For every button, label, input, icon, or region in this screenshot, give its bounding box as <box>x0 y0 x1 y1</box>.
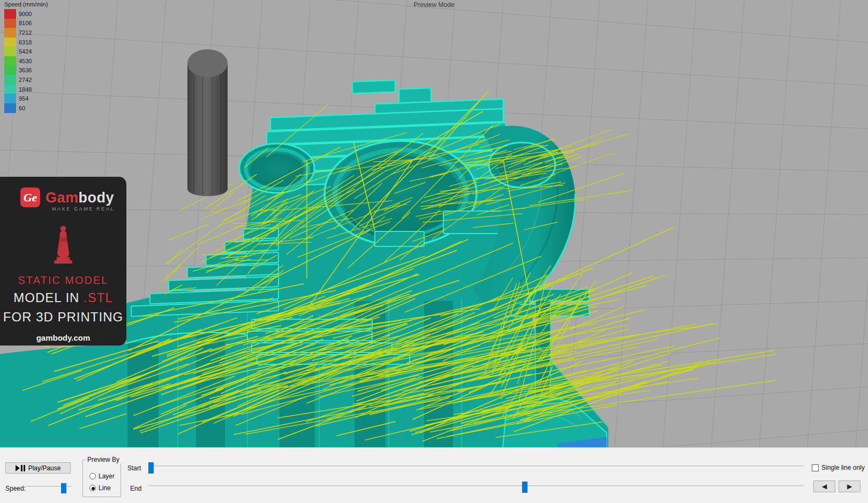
legend-color-swatch <box>4 28 16 37</box>
legend-color-swatch <box>4 56 16 66</box>
start-label: Start <box>127 464 141 472</box>
play-pause-button[interactable]: Play/Pause <box>5 462 71 474</box>
legend-item: 2742 <box>4 75 48 85</box>
single-line-only-option[interactable]: Single line only <box>812 464 865 471</box>
legend-item: 9000 <box>4 9 48 19</box>
legend-item: 954 <box>4 94 48 103</box>
layer-radio-circle[interactable] <box>89 473 96 479</box>
speed-legend: Speed (mm/min) 9000810672126318542445303… <box>4 1 48 113</box>
legend-item: 5424 <box>4 47 48 56</box>
legend-speed-value: 6318 <box>16 39 32 46</box>
preview-by-label: Preview By <box>86 456 121 463</box>
radio-preview-by-line[interactable]: Line <box>89 484 111 492</box>
speed-label: Speed: <box>5 485 26 492</box>
legend-color-swatch <box>4 37 16 47</box>
legend-color-swatch <box>4 66 16 76</box>
line-radio-label: Line <box>99 484 111 492</box>
gcode-scene <box>0 0 868 447</box>
legend-speed-value: 8106 <box>16 20 32 26</box>
start-slider-track[interactable] <box>148 466 803 468</box>
legend-speed-value: 60 <box>16 105 25 111</box>
right-arrow-icon: ▶ <box>847 483 852 490</box>
line-radio-circle[interactable] <box>89 485 96 491</box>
radio-preview-by-layer[interactable]: Layer <box>89 472 115 480</box>
legend-item: 8106 <box>4 19 48 28</box>
previous-button[interactable]: ◀ <box>813 481 835 492</box>
watermark-website: gambody.com <box>0 333 126 342</box>
speed-slider-thumb[interactable] <box>61 483 66 493</box>
single-line-checkbox[interactable] <box>812 464 819 471</box>
start-slider-thumb[interactable] <box>148 462 154 474</box>
legend-color-swatch <box>4 85 16 94</box>
legend-color-swatch <box>4 9 16 19</box>
legend-speed-value: 1848 <box>16 86 32 93</box>
legend-speed-value: 2742 <box>16 77 32 83</box>
gambody-logo-icon: Ge <box>20 187 40 207</box>
gcode-preview-app: Speed (mm/min) 9000810672126318542445303… <box>0 0 868 503</box>
legend-item: 6318 <box>4 37 48 47</box>
viewport-3d[interactable]: Speed (mm/min) 9000810672126318542445303… <box>0 0 868 447</box>
legend-speed-value: 4530 <box>16 58 32 64</box>
end-label: End <box>130 485 141 492</box>
legend-color-swatch <box>4 47 16 56</box>
logo-monogram: Ge <box>24 191 37 205</box>
legend-speed-value: 5424 <box>16 48 32 55</box>
preview-toolbar: Play/Pause Speed: Preview By Layer Line … <box>0 447 868 503</box>
legend-scale: 9000810672126318542445303636274218489546… <box>4 9 48 113</box>
watermark-static-model: STATIC MODEL <box>0 274 126 287</box>
legend-item: 1848 <box>4 85 48 94</box>
single-line-label: Single line only <box>821 464 865 471</box>
layer-radio-label: Layer <box>99 472 115 480</box>
legend-color-swatch <box>4 75 16 85</box>
legend-item: 7212 <box>4 28 48 37</box>
legend-item: 4530 <box>4 56 48 66</box>
legend-color-swatch <box>4 19 16 28</box>
statue-icon <box>51 220 76 269</box>
legend-color-swatch <box>4 103 16 113</box>
legend-speed-value: 7212 <box>16 29 32 36</box>
legend-speed-value: 954 <box>16 95 28 102</box>
legend-item: 60 <box>4 103 48 113</box>
play-pause-icon <box>16 465 25 471</box>
watermark-model-in-stl: MODEL IN .STL <box>0 290 126 305</box>
legend-color-swatch <box>4 94 16 103</box>
legend-speed-value: 3636 <box>16 67 32 73</box>
legend-title: Speed (mm/min) <box>4 1 48 7</box>
support-cylinder <box>187 49 228 196</box>
left-arrow-icon: ◀ <box>822 483 827 490</box>
next-button[interactable]: ▶ <box>839 481 861 492</box>
play-pause-label: Play/Pause <box>28 464 61 472</box>
gambody-watermark: Ge Gambody MAKE GAME REAL STATIC MODEL M… <box>0 177 126 346</box>
legend-speed-value: 9000 <box>16 11 32 17</box>
watermark-for-3d-printing: FOR 3D PRINTING <box>0 310 126 325</box>
brand-tagline: MAKE GAME REAL <box>52 206 115 212</box>
preview-mode-label: Preview Mode <box>413 1 454 9</box>
legend-item: 3636 <box>4 66 48 76</box>
end-slider-track[interactable] <box>148 485 804 487</box>
end-slider-thumb[interactable] <box>522 482 527 493</box>
brand-name: Gambody <box>46 190 114 206</box>
